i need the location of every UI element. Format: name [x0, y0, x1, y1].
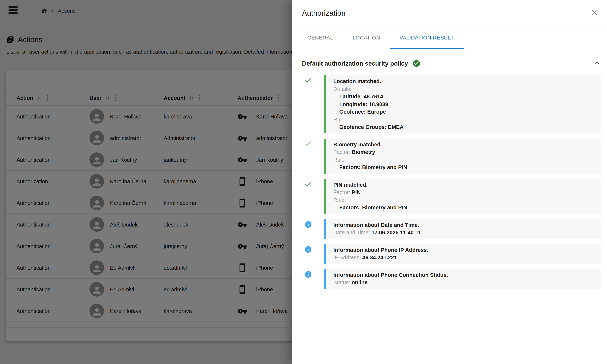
- result-card: PIN matched.Factor: PINRule:Factors: Bio…: [324, 179, 601, 214]
- result-line: Geofence: Europe: [333, 108, 595, 116]
- panel-header: Authorization: [292, 0, 607, 26]
- validation-result-item: Location matched.Details:Latitude: 48.76…: [302, 75, 601, 133]
- close-icon: [591, 8, 599, 17]
- validation-result-item: Information about Date and Time.Date and…: [302, 219, 601, 239]
- result-line: Factors: Biometry and PIN: [333, 164, 595, 171]
- result-line: Rule:: [333, 156, 595, 164]
- result-card: Information about Phone Connection Statu…: [324, 269, 601, 288]
- tab-location[interactable]: LOCATION: [343, 26, 390, 49]
- result-line: Factors: Biometry and PIN: [333, 204, 595, 211]
- result-line: IP Address: 46.34.241.221: [333, 254, 595, 261]
- validation-result-content: Default authorization security policy Lo…: [292, 48, 607, 364]
- result-line: Longitude: 18.9039: [333, 100, 595, 108]
- result-line: Rule:: [333, 116, 595, 123]
- panel-tabs: GENERALLOCATIONVALIDATION RESULT: [292, 26, 607, 49]
- content-divider: [302, 294, 601, 294]
- policy-header[interactable]: Default authorization security policy: [302, 56, 601, 71]
- authorization-detail-panel: Authorization GENERALLOCATIONVALIDATION …: [292, 0, 607, 364]
- result-card: Information about Date and Time.Date and…: [324, 219, 601, 239]
- info-icon: [304, 270, 312, 278]
- check-icon: [304, 140, 312, 148]
- validation-result-item: Biometry matched.Factor: BiometryRule:Fa…: [302, 138, 601, 173]
- result-title: Location matched.: [333, 78, 595, 85]
- check-circle-icon: [412, 59, 420, 67]
- tab-validation-result[interactable]: VALIDATION RESULT: [390, 26, 464, 49]
- collapse-button[interactable]: [593, 59, 601, 67]
- application-root: / Actions Actions List of all user actio…: [0, 0, 607, 364]
- result-card: Information about Phone IP Address.IP Ad…: [324, 244, 601, 264]
- result-line: Factor: PIN: [333, 189, 595, 196]
- validation-result-item: Information about Phone IP Address.IP Ad…: [302, 244, 601, 264]
- check-icon: [304, 180, 312, 188]
- validation-results-list: Location matched.Details:Latitude: 48.76…: [302, 75, 601, 288]
- result-line: Latitude: 48.7614: [333, 93, 595, 100]
- close-button[interactable]: [590, 8, 600, 18]
- result-title: Information about Phone Connection Statu…: [333, 271, 595, 279]
- result-line: Date and Time: 17.06.2025 11:40:11: [333, 229, 595, 236]
- result-title: Information about Phone IP Address.: [333, 246, 595, 254]
- result-card: Biometry matched.Factor: BiometryRule:Fa…: [324, 138, 601, 173]
- result-title: Biometry matched.: [333, 141, 595, 148]
- result-line: Status: online: [333, 279, 595, 286]
- result-card: Location matched.Details:Latitude: 48.76…: [324, 75, 601, 133]
- panel-title: Authorization: [302, 9, 346, 17]
- result-line: Rule:: [333, 196, 595, 204]
- result-title: PIN matched.: [333, 181, 595, 189]
- info-icon: [304, 245, 312, 253]
- result-title: Information about Date and Time.: [333, 221, 595, 229]
- check-icon: [304, 77, 312, 85]
- validation-result-item: Information about Phone Connection Statu…: [302, 269, 601, 288]
- result-line: Details:: [333, 85, 595, 93]
- info-icon: [304, 220, 312, 228]
- policy-title: Default authorization security policy: [302, 60, 408, 67]
- chevron-up-icon: [593, 59, 601, 67]
- tab-general[interactable]: GENERAL: [297, 26, 343, 49]
- result-line: Factor: Biometry: [333, 148, 595, 156]
- validation-result-item: PIN matched.Factor: PINRule:Factors: Bio…: [302, 179, 601, 214]
- result-line: Geofence Groups: EMEA: [333, 123, 595, 131]
